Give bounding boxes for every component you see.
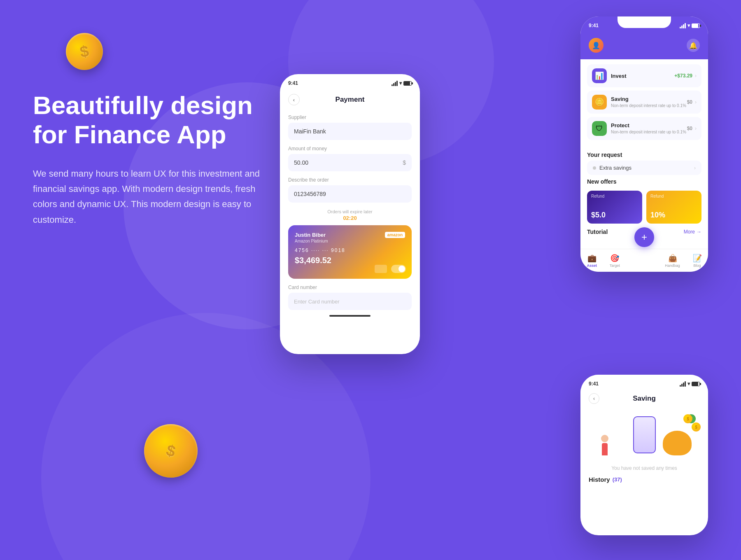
- handbag-label: Handbag: [665, 264, 680, 268]
- saving-amount: $0: [687, 99, 692, 105]
- dashboard-battery-icon: [692, 23, 700, 28]
- wifi-icon: ▾: [399, 80, 402, 86]
- phone-notch: [323, 74, 377, 86]
- saving-chevron-icon: ›: [695, 99, 697, 105]
- offer2-label: Refund: [650, 194, 664, 198]
- card-number-input[interactable]: Enter Card number: [288, 293, 412, 310]
- coin-top-decoration: [63, 30, 106, 73]
- payment-header: ‹ Payment: [280, 92, 420, 109]
- offers-row: Refund $5.0 Refund 10%: [580, 187, 708, 227]
- card-number: 4756 ···· ··· 9018: [295, 247, 405, 253]
- card-chip: [375, 265, 387, 273]
- handbag-icon: 👜: [668, 254, 677, 263]
- amount-label: Amount of money: [288, 146, 412, 152]
- status-icons: ▾: [391, 80, 412, 86]
- blog-icon: 📝: [693, 254, 702, 263]
- tutorial-arrow-icon: →: [697, 229, 701, 235]
- card-balance: $3,469.52: [295, 256, 405, 265]
- target-label: Target: [610, 264, 620, 268]
- left-content: Beautifully design for Finance App We se…: [33, 91, 272, 227]
- history-title: History: [589, 476, 610, 483]
- card-toggle-dot: [398, 266, 405, 272]
- dashboard-header: 👤 🔔: [580, 35, 708, 59]
- invest-icon: 📊: [592, 68, 607, 83]
- payment-title: Payment: [336, 96, 365, 104]
- saving-desc: Non-term deposit interest rate up to 0.1…: [611, 103, 687, 108]
- nav-asset[interactable]: 💼 Asset: [587, 254, 597, 268]
- saving-back-button[interactable]: ‹: [589, 393, 599, 404]
- describe-input[interactable]: 0123456789: [288, 185, 412, 203]
- offer2-amount: 10%: [650, 211, 665, 219]
- saving-battery-icon: [692, 382, 700, 386]
- tutorial-title: Tutorial: [587, 229, 608, 235]
- saving-text: Saving Non-term deposit interest rate up…: [611, 96, 687, 108]
- saving-illustration: ✓ $ $: [580, 406, 708, 464]
- battery-icon: [403, 81, 412, 86]
- offer-card-2[interactable]: Refund 10%: [646, 191, 701, 224]
- offer-card-1[interactable]: Refund $5.0: [587, 191, 642, 224]
- nav-blog[interactable]: 📝 Blog: [693, 254, 702, 268]
- financial-cards: 📊 Invest +$73.29 › 🪙 Saving Non-term dep…: [580, 59, 708, 148]
- credit-card: Justin Biber Amazon Platinium amazon 475…: [288, 225, 412, 279]
- card-holder-name: Justin Biber: [295, 232, 328, 238]
- dashboard-status-icons: ▾: [680, 23, 700, 28]
- saving-empty-text: You have not saved any times: [580, 464, 708, 473]
- saving-card[interactable]: 🪙 Saving Non-term deposit interest rate …: [587, 91, 701, 114]
- offer1-amount: $5.0: [591, 211, 606, 219]
- offer1-label: Refund: [591, 194, 604, 198]
- blog-label: Blog: [694, 264, 701, 268]
- invest-card[interactable]: 📊 Invest +$73.29 ›: [587, 64, 701, 87]
- card-logo-area: Justin Biber Amazon Platinium amazon: [295, 232, 405, 243]
- back-button[interactable]: ‹: [288, 94, 300, 105]
- extra-savings-label: Extra savings: [599, 165, 631, 171]
- card-type: Amazon Platinium: [295, 239, 328, 243]
- notification-bell[interactable]: 🔔: [687, 39, 700, 52]
- amount-input[interactable]: 50.00 $: [288, 154, 412, 171]
- saving-header: ‹ Saving: [580, 393, 708, 406]
- card-toggle[interactable]: [391, 265, 406, 273]
- phone-notch-dashboard: [618, 16, 671, 28]
- card-number-section: Card number Enter Card number: [280, 285, 420, 310]
- invest-text: Invest: [611, 73, 674, 79]
- coin-sm-1: $: [683, 414, 692, 423]
- history-count: (37): [613, 476, 622, 483]
- saving-title: Saving: [633, 394, 656, 403]
- protect-card[interactable]: 🛡 Protect Non-term deposit interest rate…: [587, 117, 701, 140]
- card-name-area: Justin Biber Amazon Platinium: [295, 232, 328, 243]
- fab-add-button[interactable]: +: [634, 227, 654, 247]
- person-head: [601, 435, 608, 442]
- target-icon: 🎯: [610, 254, 619, 263]
- describe-label: Describe the order: [288, 177, 412, 183]
- saving-label: Saving: [611, 96, 687, 102]
- dashboard-status-time: 9:41: [589, 23, 599, 28]
- supplier-input[interactable]: MaiFin Bank: [288, 123, 412, 140]
- user-avatar[interactable]: 👤: [589, 38, 604, 53]
- illustration-person: [601, 435, 608, 455]
- invest-amount: +$73.29: [674, 73, 692, 79]
- supplier-label: Supplier: [288, 114, 412, 120]
- protect-desc: Non-term deposit interest rate up to 0.1…: [611, 129, 687, 135]
- card-brand: amazon: [385, 232, 405, 238]
- bottom-nav: 💼 Asset 🎯 Target 👜 Handbag 📝 Blog: [580, 249, 708, 272]
- payment-form: Supplier MaiFin Bank Amount of money 50.…: [280, 114, 420, 203]
- invest-label: Invest: [611, 73, 674, 79]
- nav-target[interactable]: 🎯 Target: [610, 254, 620, 268]
- saving-status-icons: ▾: [680, 381, 700, 387]
- card-number-placeholder: Enter Card number: [294, 299, 340, 305]
- tutorial-more-label: More: [684, 229, 695, 235]
- asset-label: Asset: [587, 264, 597, 268]
- protect-label: Protect: [611, 122, 687, 128]
- status-time: 9:41: [288, 80, 298, 86]
- nav-handbag[interactable]: 👜 Handbag: [665, 254, 680, 268]
- person-body: [602, 443, 608, 455]
- dashboard-wifi-icon: ▾: [687, 23, 690, 28]
- card-number-label: Card number: [288, 285, 412, 290]
- protect-amount: $0: [687, 126, 692, 131]
- main-heading: Beautifully design for Finance App: [33, 91, 272, 149]
- your-request-title: Your request: [580, 148, 708, 161]
- tutorial-more-button[interactable]: More →: [684, 229, 701, 235]
- illustration-phone: [633, 416, 656, 453]
- dashboard-phone: 9:41 ▾ 👤 🔔 📊 Invest +$73.29 ›: [580, 16, 708, 272]
- saving-wifi-icon: ▾: [687, 381, 690, 387]
- your-request-item[interactable]: Extra savings ›: [587, 161, 701, 175]
